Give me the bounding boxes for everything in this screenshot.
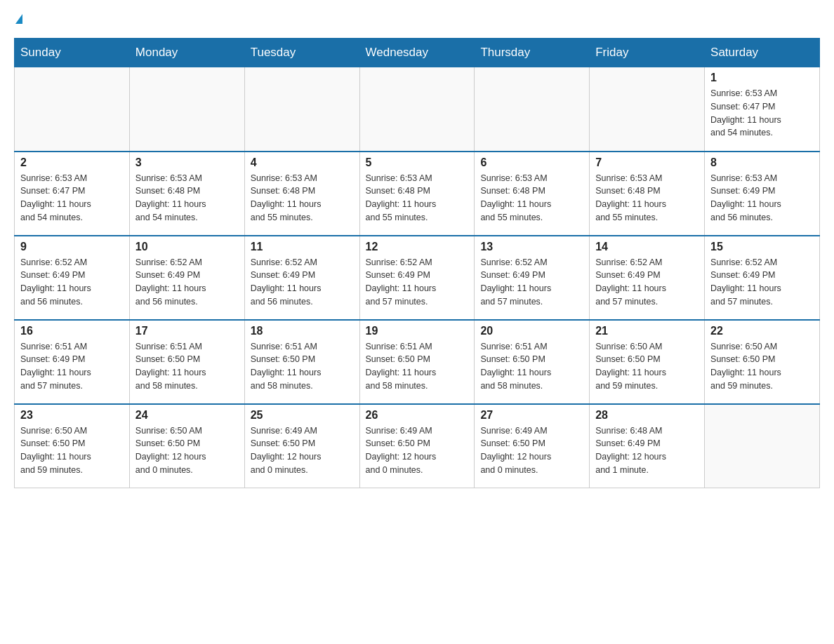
day-info: Sunrise: 6:53 AM Sunset: 6:48 PM Dayligh…: [480, 172, 583, 224]
day-number: 16: [20, 325, 124, 337]
day-of-week-header: Thursday: [475, 39, 590, 67]
day-number: 26: [366, 409, 469, 422]
day-info: Sunrise: 6:53 AM Sunset: 6:49 PM Dayligh…: [710, 172, 814, 224]
day-info: Sunrise: 6:53 AM Sunset: 6:48 PM Dayligh…: [366, 172, 469, 224]
calendar-day-cell: [244, 67, 359, 152]
day-info: Sunrise: 6:49 AM Sunset: 6:50 PM Dayligh…: [251, 424, 354, 477]
calendar-day-cell: [15, 67, 130, 152]
calendar-day-cell: 20Sunrise: 6:51 AM Sunset: 6:50 PM Dayli…: [475, 320, 590, 404]
day-info: Sunrise: 6:52 AM Sunset: 6:49 PM Dayligh…: [20, 256, 124, 309]
day-number: 13: [480, 241, 583, 253]
page-header: [14, 14, 820, 24]
day-number: 14: [595, 241, 699, 253]
day-number: 9: [20, 241, 124, 253]
day-number: 27: [480, 409, 583, 422]
calendar-week-row: 1Sunrise: 6:53 AM Sunset: 6:47 PM Daylig…: [15, 67, 820, 152]
day-info: Sunrise: 6:51 AM Sunset: 6:50 PM Dayligh…: [135, 340, 239, 393]
calendar-week-row: 16Sunrise: 6:51 AM Sunset: 6:49 PM Dayli…: [15, 320, 820, 404]
day-number: 24: [135, 409, 239, 422]
day-info: Sunrise: 6:50 AM Sunset: 6:50 PM Dayligh…: [595, 340, 699, 393]
day-info: Sunrise: 6:51 AM Sunset: 6:50 PM Dayligh…: [480, 340, 583, 393]
day-info: Sunrise: 6:48 AM Sunset: 6:49 PM Dayligh…: [595, 424, 699, 477]
day-info: Sunrise: 6:52 AM Sunset: 6:49 PM Dayligh…: [135, 256, 239, 309]
calendar-day-cell: 28Sunrise: 6:48 AM Sunset: 6:49 PM Dayli…: [590, 404, 705, 488]
calendar-day-cell: 24Sunrise: 6:50 AM Sunset: 6:50 PM Dayli…: [129, 404, 244, 488]
day-number: 11: [251, 241, 354, 253]
calendar-day-cell: 17Sunrise: 6:51 AM Sunset: 6:50 PM Dayli…: [129, 320, 244, 404]
calendar-table: SundayMondayTuesdayWednesdayThursdayFrid…: [14, 38, 820, 488]
logo: [14, 14, 22, 24]
calendar-day-cell: [129, 67, 244, 152]
day-info: Sunrise: 6:52 AM Sunset: 6:49 PM Dayligh…: [251, 256, 354, 309]
calendar-week-row: 2Sunrise: 6:53 AM Sunset: 6:47 PM Daylig…: [15, 152, 820, 236]
day-number: 28: [595, 409, 699, 422]
calendar-day-cell: 23Sunrise: 6:50 AM Sunset: 6:50 PM Dayli…: [15, 404, 130, 488]
logo-triangle-icon: [15, 14, 22, 24]
day-info: Sunrise: 6:52 AM Sunset: 6:49 PM Dayligh…: [595, 256, 699, 309]
day-info: Sunrise: 6:50 AM Sunset: 6:50 PM Dayligh…: [20, 424, 124, 477]
day-number: 4: [251, 156, 354, 169]
day-number: 17: [135, 325, 239, 337]
day-info: Sunrise: 6:52 AM Sunset: 6:49 PM Dayligh…: [480, 256, 583, 309]
day-number: 18: [251, 325, 354, 337]
day-number: 15: [710, 241, 814, 253]
day-info: Sunrise: 6:50 AM Sunset: 6:50 PM Dayligh…: [135, 424, 239, 477]
calendar-day-cell: 18Sunrise: 6:51 AM Sunset: 6:50 PM Dayli…: [244, 320, 359, 404]
day-info: Sunrise: 6:49 AM Sunset: 6:50 PM Dayligh…: [480, 424, 583, 477]
day-number: 10: [135, 241, 239, 253]
calendar-day-cell: 13Sunrise: 6:52 AM Sunset: 6:49 PM Dayli…: [475, 236, 590, 320]
day-number: 12: [366, 241, 469, 253]
day-number: 25: [251, 409, 354, 422]
calendar-day-cell: 21Sunrise: 6:50 AM Sunset: 6:50 PM Dayli…: [590, 320, 705, 404]
day-info: Sunrise: 6:51 AM Sunset: 6:50 PM Dayligh…: [366, 340, 469, 393]
day-number: 21: [595, 325, 699, 337]
calendar-day-cell: [590, 67, 705, 152]
calendar-day-cell: 16Sunrise: 6:51 AM Sunset: 6:49 PM Dayli…: [15, 320, 130, 404]
day-number: 7: [595, 156, 699, 169]
calendar-day-cell: 19Sunrise: 6:51 AM Sunset: 6:50 PM Dayli…: [359, 320, 475, 404]
day-info: Sunrise: 6:51 AM Sunset: 6:49 PM Dayligh…: [20, 340, 124, 393]
day-info: Sunrise: 6:53 AM Sunset: 6:48 PM Dayligh…: [135, 172, 239, 224]
day-number: 6: [480, 156, 583, 169]
calendar-day-cell: 14Sunrise: 6:52 AM Sunset: 6:49 PM Dayli…: [590, 236, 705, 320]
day-number: 2: [20, 156, 124, 169]
calendar-day-cell: 26Sunrise: 6:49 AM Sunset: 6:50 PM Dayli…: [359, 404, 475, 488]
calendar-day-cell: [359, 67, 475, 152]
calendar-day-cell: 5Sunrise: 6:53 AM Sunset: 6:48 PM Daylig…: [359, 152, 475, 236]
day-of-week-header: Tuesday: [244, 39, 359, 67]
calendar-day-cell: 8Sunrise: 6:53 AM Sunset: 6:49 PM Daylig…: [705, 152, 820, 236]
day-number: 22: [710, 325, 814, 337]
day-number: 20: [480, 325, 583, 337]
day-number: 8: [710, 156, 814, 169]
day-of-week-header: Friday: [590, 39, 705, 67]
day-number: 19: [366, 325, 469, 337]
day-info: Sunrise: 6:53 AM Sunset: 6:47 PM Dayligh…: [20, 172, 124, 224]
calendar-day-cell: 11Sunrise: 6:52 AM Sunset: 6:49 PM Dayli…: [244, 236, 359, 320]
calendar-day-cell: 1Sunrise: 6:53 AM Sunset: 6:47 PM Daylig…: [705, 67, 820, 152]
day-number: 3: [135, 156, 239, 169]
day-info: Sunrise: 6:53 AM Sunset: 6:48 PM Dayligh…: [251, 172, 354, 224]
calendar-day-cell: 4Sunrise: 6:53 AM Sunset: 6:48 PM Daylig…: [244, 152, 359, 236]
calendar-day-cell: 27Sunrise: 6:49 AM Sunset: 6:50 PM Dayli…: [475, 404, 590, 488]
calendar-day-cell: [475, 67, 590, 152]
day-info: Sunrise: 6:51 AM Sunset: 6:50 PM Dayligh…: [251, 340, 354, 393]
calendar-day-cell: 6Sunrise: 6:53 AM Sunset: 6:48 PM Daylig…: [475, 152, 590, 236]
day-of-week-header: Wednesday: [359, 39, 475, 67]
calendar-day-cell: 15Sunrise: 6:52 AM Sunset: 6:49 PM Dayli…: [705, 236, 820, 320]
day-of-week-header: Monday: [129, 39, 244, 67]
calendar-day-cell: 7Sunrise: 6:53 AM Sunset: 6:48 PM Daylig…: [590, 152, 705, 236]
calendar-day-cell: 25Sunrise: 6:49 AM Sunset: 6:50 PM Dayli…: [244, 404, 359, 488]
day-info: Sunrise: 6:49 AM Sunset: 6:50 PM Dayligh…: [366, 424, 469, 477]
day-of-week-header: Saturday: [705, 39, 820, 67]
calendar-day-cell: 2Sunrise: 6:53 AM Sunset: 6:47 PM Daylig…: [15, 152, 130, 236]
day-info: Sunrise: 6:52 AM Sunset: 6:49 PM Dayligh…: [366, 256, 469, 309]
calendar-week-row: 9Sunrise: 6:52 AM Sunset: 6:49 PM Daylig…: [15, 236, 820, 320]
calendar-day-cell: 3Sunrise: 6:53 AM Sunset: 6:48 PM Daylig…: [129, 152, 244, 236]
calendar-week-row: 23Sunrise: 6:50 AM Sunset: 6:50 PM Dayli…: [15, 404, 820, 488]
day-info: Sunrise: 6:53 AM Sunset: 6:47 PM Dayligh…: [710, 87, 814, 140]
day-info: Sunrise: 6:52 AM Sunset: 6:49 PM Dayligh…: [710, 256, 814, 309]
calendar-day-cell: [705, 404, 820, 488]
calendar-day-cell: 12Sunrise: 6:52 AM Sunset: 6:49 PM Dayli…: [359, 236, 475, 320]
day-number: 1: [710, 72, 814, 84]
calendar-day-cell: 9Sunrise: 6:52 AM Sunset: 6:49 PM Daylig…: [15, 236, 130, 320]
